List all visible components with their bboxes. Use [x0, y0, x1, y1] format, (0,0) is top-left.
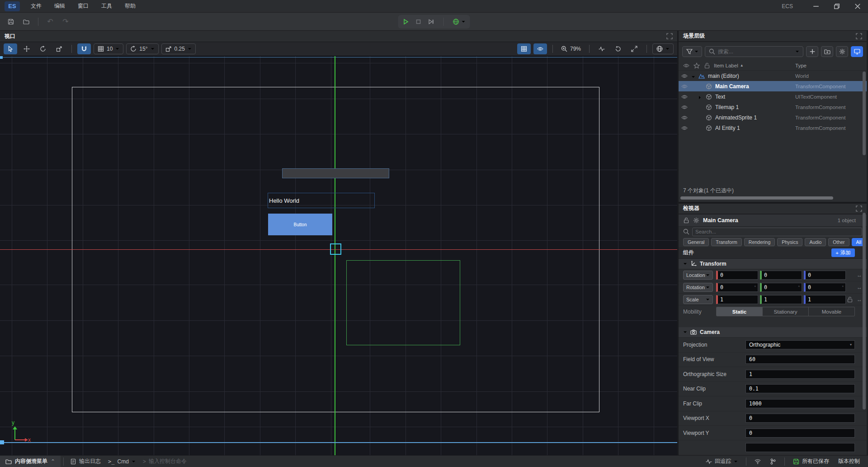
network-status-icon[interactable] [751, 458, 764, 465]
tree-row-ai-entity[interactable]: AI Entity 1 TransformComponent [679, 123, 867, 133]
eye-icon[interactable] [681, 104, 691, 110]
hierarchy-search[interactable] [705, 46, 803, 57]
menu-help[interactable]: 帮助 [118, 0, 142, 13]
scene-canvas[interactable]: Hello World Button y x [0, 56, 677, 455]
inspector-scrollbar[interactable] [863, 213, 866, 448]
link-axes-icon[interactable]: ↔ [857, 272, 862, 278]
transform-section-header[interactable]: Transform [679, 259, 867, 269]
fit-view-button[interactable] [627, 43, 641, 54]
eye-icon[interactable] [681, 114, 691, 121]
world-dropdown[interactable] [652, 43, 674, 54]
expand-panel-icon[interactable] [856, 205, 862, 212]
projection-select[interactable]: Orthographic ▾ [745, 340, 855, 349]
chevron-right-icon[interactable] [698, 94, 706, 100]
menu-file[interactable]: 文件 [24, 0, 48, 13]
guide-handle[interactable] [0, 56, 3, 59]
gear-icon[interactable] [693, 217, 699, 224]
menu-window[interactable]: 窗口 [71, 0, 95, 13]
tree-row-tilemap[interactable]: Tilemap 1 TransformComponent [679, 102, 867, 112]
panel-entity[interactable] [282, 168, 389, 178]
link-axes-icon[interactable]: ↔ [857, 296, 862, 303]
tab-rendering[interactable]: Rendering [744, 238, 775, 246]
zoom-level[interactable]: 79% [558, 46, 584, 52]
close-button[interactable] [847, 0, 868, 13]
chevron-down-icon[interactable] [691, 73, 698, 78]
tilemap-bounds-rect[interactable] [346, 260, 460, 345]
save-button[interactable] [5, 16, 17, 28]
link-axes-icon[interactable]: ↔ [857, 284, 862, 291]
eye-icon[interactable] [681, 125, 691, 131]
open-folder-button[interactable] [20, 16, 33, 28]
output-log-button[interactable]: 输出日志 [66, 457, 104, 465]
run-target-dropdown[interactable] [453, 19, 466, 25]
tree-row-main[interactable]: main (Editor) World [679, 71, 867, 81]
location-dropdown[interactable]: Location [683, 271, 713, 280]
select-tool[interactable] [4, 43, 17, 54]
menu-tools[interactable]: 工具 [95, 0, 118, 13]
tab-physics[interactable]: Physics [777, 238, 802, 246]
hierarchy-settings-button[interactable] [836, 46, 848, 57]
mobility-movable[interactable]: Movable [809, 307, 854, 316]
button-entity[interactable]: Button [268, 214, 332, 235]
vertical-scrollbar[interactable] [863, 71, 866, 187]
camera-section-header[interactable]: Camera [679, 327, 867, 338]
rotation-dropdown[interactable]: Rotation [683, 283, 713, 292]
expand-panel-icon[interactable] [856, 33, 862, 39]
maximize-button[interactable] [826, 0, 847, 13]
tab-other[interactable]: Other [828, 238, 849, 246]
add-component-button[interactable]: +添加 [831, 248, 855, 257]
stop-button[interactable] [415, 19, 422, 25]
scale-dropdown[interactable]: Scale [683, 295, 713, 304]
filter-dropdown[interactable] [682, 46, 702, 57]
eye-icon[interactable] [681, 94, 691, 100]
tab-transform[interactable]: Transform [711, 238, 741, 246]
guide-handle[interactable] [0, 440, 4, 444]
app-logo[interactable]: ES [5, 1, 20, 11]
grid-visibility-toggle[interactable] [517, 43, 531, 54]
tree-row-text[interactable]: Text UITextComponent [679, 91, 867, 102]
column-type[interactable]: Type [795, 63, 807, 68]
stats-toggle[interactable] [595, 43, 609, 54]
mobility-stationary[interactable]: Stationary [763, 307, 809, 316]
tree-row-animatedsprite[interactable]: AnimatedSprite 1 TransformComponent [679, 112, 867, 123]
version-control-button[interactable]: 版本控制 [835, 457, 863, 465]
inspector-search-input[interactable] [695, 229, 859, 234]
console-input[interactable]: > 输入控制台命令 [139, 457, 190, 465]
cmd-dropdown[interactable]: >_ Cmd [104, 458, 139, 465]
reset-view-button[interactable] [611, 43, 625, 54]
hierarchy-search-input[interactable] [718, 48, 793, 55]
column-item-label[interactable]: Item Label [714, 63, 738, 68]
minimize-button[interactable] [806, 0, 826, 13]
gizmo-visibility-toggle[interactable] [533, 43, 547, 54]
eye-icon[interactable] [681, 83, 691, 90]
step-button[interactable] [428, 19, 434, 25]
content-drawer-button[interactable]: 内容侧滑菜单 ⌃ [0, 456, 61, 467]
expand-panel-icon[interactable] [666, 33, 673, 39]
scale-tool[interactable] [52, 43, 66, 54]
selection-box[interactable] [330, 243, 341, 255]
play-button[interactable] [403, 19, 409, 25]
tab-general[interactable]: General [683, 238, 709, 246]
lock-scale-icon[interactable] [847, 296, 853, 303]
trace-dropdown[interactable]: 回追踪 [702, 457, 741, 465]
redo-button[interactable]: ↷ [59, 16, 72, 28]
horizontal-scrollbar[interactable] [679, 196, 866, 200]
source-control-icon[interactable] [766, 458, 780, 465]
text-entity[interactable]: Hello World [268, 193, 375, 208]
save-status[interactable]: 所有已保存 [789, 457, 833, 465]
move-tool[interactable] [20, 43, 33, 54]
tree-row-main-camera[interactable]: Main Camera TransformComponent [679, 81, 867, 91]
tab-audio[interactable]: Audio [805, 238, 826, 246]
menu-edit[interactable]: 编辑 [48, 0, 71, 13]
rotation-snap-dropdown[interactable]: 15° [126, 43, 158, 54]
add-folder-button[interactable] [821, 46, 833, 57]
rotate-tool[interactable] [36, 43, 50, 54]
view-mode-button[interactable] [851, 46, 863, 57]
snap-toggle[interactable] [77, 43, 91, 54]
eye-icon[interactable] [681, 73, 691, 79]
add-entity-button[interactable] [806, 46, 818, 57]
lock-icon[interactable] [683, 217, 689, 224]
grid-size-dropdown[interactable]: 10 [94, 43, 123, 54]
scale-snap-dropdown[interactable]: 0.25 [161, 43, 196, 54]
mobility-static[interactable]: Static [717, 307, 763, 316]
